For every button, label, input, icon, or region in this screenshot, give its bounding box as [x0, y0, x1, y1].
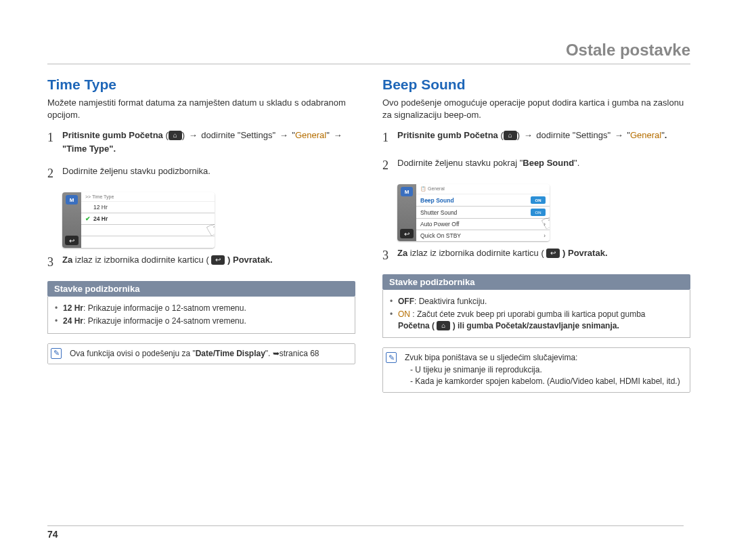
- arrow-icon: →: [187, 129, 199, 142]
- step-3: 3 Za izlaz iz izbornika dodirnite kartic…: [47, 253, 355, 272]
- home-icon: ⌂: [437, 321, 450, 330]
- chevron-right-icon: ›: [544, 232, 546, 239]
- submenu-text: : Deaktivira funkciju.: [414, 297, 487, 306]
- submenu-item: 12 Hr: Prikazuje informacije o 12-satnom…: [55, 302, 348, 315]
- note-bold: Date/Time Display: [196, 349, 265, 358]
- row-label: Auto Power Off: [420, 221, 544, 228]
- step-1: 1 Pritisnite gumb Početna (⌂) → dodirnit…: [382, 129, 690, 147]
- toggle-on: ON: [531, 209, 546, 216]
- ss-row-empty: [81, 225, 215, 236]
- note-line2: - U tijeku je snimanje ili reprodukcija.: [405, 364, 684, 376]
- submenu-item: OFF: Deaktivira funkciju.: [390, 295, 683, 308]
- step1-tail: "Time Type".: [62, 144, 116, 154]
- submenu-bold2b: ) ili gumba Početak/zaustavljanje sniman…: [453, 321, 619, 330]
- back-icon: ↩: [546, 249, 560, 258]
- steps-list: 1 Pritisnite gumb Početna (⌂) → dodirnit…: [47, 129, 355, 183]
- back-button-icon: ↩: [400, 229, 414, 238]
- home-icon: ⌂: [169, 131, 182, 140]
- steps-list: 1 Pritisnite gumb Početna (⌂) → dodirnit…: [382, 129, 690, 175]
- step-body: Pritisnite gumb Početna (⌂) → dodirnite …: [62, 129, 355, 155]
- page-number: 74: [47, 525, 684, 540]
- row-label: Shutter Sound: [420, 209, 531, 216]
- note-icon: ✎: [51, 348, 62, 359]
- toggle-on: ON: [531, 196, 546, 204]
- note-line1: Zvuk bipa poništava se u sljedećim sluča…: [405, 353, 577, 362]
- step2-bold: Beep Sound: [523, 158, 574, 168]
- intro-text: Ovo podešenje omogućuje operacije poput …: [382, 97, 690, 121]
- nav-settings: dodirnite "Settings": [201, 130, 275, 140]
- step-body: Dodirnite željenu stavku pokraj "Beep So…: [397, 156, 690, 175]
- ui-screenshot-timetype: M ↩ >> Time Type 12 Hr ✔ 24 Hr ☞: [62, 192, 215, 248]
- ss-breadcrumb: 📋 General: [416, 184, 550, 194]
- note-line3: - Kada je kamkorder spojen kabelom. (Aud…: [405, 376, 684, 387]
- step1-btn: gumb Početna: [102, 130, 163, 140]
- note-icon-wrap: ✎: [383, 348, 399, 391]
- general-label: General: [295, 130, 326, 140]
- steps-list-cont: 3 Za izlaz iz izbornika dodirnite kartic…: [47, 253, 355, 272]
- steps-list-cont: 3 Za izlaz iz izbornika dodirnite kartic…: [382, 246, 690, 265]
- ss-breadcrumb: >> Time Type: [81, 192, 215, 202]
- home-icon: ⌂: [504, 131, 517, 140]
- row-label: 12 Hr: [93, 204, 211, 211]
- chevron-right-icon: ›: [544, 221, 546, 228]
- submenu-bold2a: Početna (: [398, 321, 435, 330]
- ui-screenshot-beep: M ↩ 📋 General Beep Sound ON Shutter Soun…: [397, 184, 550, 241]
- ss-row-beep: Beep Sound ON: [416, 194, 550, 207]
- note-box: ✎ Zvuk bipa poništava se u sljedećim slu…: [382, 347, 690, 392]
- back-icon: ↩: [211, 255, 225, 265]
- step-number: 2: [382, 156, 397, 175]
- check-icon: ✔: [85, 215, 93, 222]
- ss-main: >> Time Type 12 Hr ✔ 24 Hr ☞: [81, 192, 215, 248]
- step-number: 2: [47, 165, 62, 183]
- submenu-text: : Prikazuje informacije o 12-satnom vrem…: [83, 303, 246, 313]
- ss-row-12hr: 12 Hr: [81, 202, 215, 213]
- step-number: 3: [47, 253, 62, 272]
- arrow-icon: →: [332, 129, 343, 142]
- note-box: ✎ Ova funkcija ovisi o podešenju za "Dat…: [47, 343, 355, 364]
- submenu-text: : Začut ćete zvuk beep pri uporabi gumba…: [412, 309, 645, 319]
- step1-tail: .: [665, 130, 667, 140]
- note-lead: Ova funkcija ovisi o podešenju za ": [70, 349, 196, 358]
- ss-sidebar: M ↩: [397, 184, 416, 241]
- step3-mid: izlaz iz izbornika dodirnite karticu (: [75, 255, 209, 265]
- ss-row-24hr: ✔ 24 Hr: [81, 213, 215, 225]
- submenu-box: 12 Hr: Prikazuje informacije o 12-satnom…: [47, 297, 355, 334]
- back-button-icon: ↩: [65, 236, 79, 245]
- row-label: 24 Hr: [93, 215, 211, 222]
- note-icon-wrap: ✎: [48, 344, 64, 364]
- step-body: Pritisnite gumb Početna (⌂) → dodirnite …: [397, 129, 690, 147]
- step-body: Dodirnite željenu stavku podizbornika.: [62, 165, 355, 183]
- section-title-timetype: Time Type: [47, 77, 355, 93]
- nav-settings: dodirnite "Settings": [536, 130, 611, 140]
- step-number: 1: [382, 129, 397, 147]
- two-column-layout: Time Type Možete namjestiti format datum…: [47, 77, 690, 393]
- note-tail: ". ➥stranica 68: [265, 349, 319, 358]
- column-right: Beep Sound Ovo podešenje omogućuje opera…: [382, 77, 690, 393]
- step-number: 1: [47, 129, 62, 155]
- page-header-title: Ostale postavke: [47, 41, 690, 64]
- note-text: Ova funkcija ovisi o podešenju za "Date/…: [64, 344, 355, 364]
- step-3: 3 Za izlaz iz izbornika dodirnite kartic…: [382, 246, 690, 265]
- row-label: Beep Sound: [420, 197, 531, 204]
- mode-badge-icon: M: [401, 187, 413, 196]
- submenu-header: Stavke podizbornika: [47, 281, 355, 297]
- column-left: Time Type Možete namjestiti format datum…: [47, 77, 355, 393]
- submenu-text: : Prikazuje informacije o 24-satnom vrem…: [83, 316, 246, 326]
- ss-row-quickon: Quick On STBY ›: [416, 230, 550, 241]
- step1-prefix: Pritisnite: [397, 130, 435, 140]
- step2-text: Dodirnite željenu stavku pokraj ": [397, 158, 523, 168]
- intro-text: Možete namjestiti format datuma za namje…: [47, 97, 355, 121]
- submenu-header: Stavke podizbornika: [382, 274, 690, 290]
- ss-row-autopower: Auto Power Off ›: [416, 219, 550, 230]
- manual-page: Ostale postavke Time Type Možete namjest…: [0, 0, 731, 413]
- step3-mid: izlaz iz izbornika dodirnite karticu (: [410, 248, 544, 258]
- submenu-bold: 12 Hr: [63, 303, 83, 313]
- mode-badge-icon: M: [66, 195, 78, 204]
- arrow-icon: →: [278, 129, 290, 142]
- step-number: 3: [382, 246, 397, 265]
- submenu-on-label: ON: [398, 309, 410, 319]
- ss-row-empty: [81, 236, 215, 247]
- step3-prefix: Za: [397, 248, 407, 258]
- step-2: 2 Dodirnite željenu stavku pokraj "Beep …: [382, 156, 690, 175]
- step3-tail: ) Povratak.: [227, 255, 272, 265]
